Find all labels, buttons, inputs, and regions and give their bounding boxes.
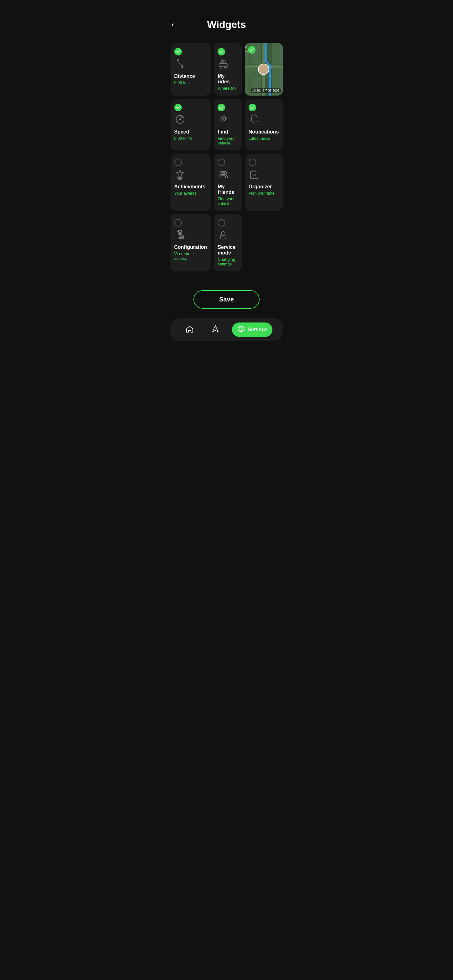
check-distance (174, 48, 182, 56)
check-configuration (174, 219, 182, 227)
my-rides-name: My rides (218, 73, 238, 84)
page-title: Widgets (207, 19, 246, 30)
widget-find[interactable]: Find Find your vehicle (214, 99, 241, 150)
widget-organizer[interactable]: Organizer Plan your time (245, 154, 283, 211)
speed-icon (174, 114, 186, 127)
widget-speed[interactable]: Speed 0.00 km/h (171, 99, 211, 150)
check-organizer (249, 159, 256, 166)
service-icon (218, 229, 229, 242)
configuration-sub: Via remote access (174, 251, 207, 261)
check-map (248, 46, 255, 54)
svg-rect-34 (178, 179, 182, 179)
check-notifications (249, 104, 256, 111)
organizer-name: Organizer (249, 184, 272, 189)
svg-text:West: West (245, 45, 247, 49)
widget-my-friends[interactable]: My friends Find your vehicle (214, 154, 241, 211)
svg-point-51 (221, 232, 225, 235)
back-button[interactable]: ‹ (172, 21, 174, 29)
achievements-name: Achievments (174, 184, 206, 189)
svg-rect-18 (274, 43, 282, 64)
bottom-navigation: Settings (171, 318, 283, 341)
find-sub: Find your vehicle (218, 136, 238, 145)
check-service-mode (218, 219, 225, 227)
distance-icon (174, 58, 186, 71)
svg-rect-46 (179, 234, 181, 235)
navigate-icon (211, 325, 219, 334)
svg-point-0 (177, 60, 179, 62)
map-avatar (258, 64, 269, 75)
configuration-name: Configuration (174, 245, 207, 250)
svg-point-37 (222, 172, 225, 175)
my-friends-name: My friends (218, 184, 238, 195)
svg-rect-38 (250, 171, 258, 179)
svg-point-50 (182, 237, 183, 238)
organizer-icon (249, 169, 260, 181)
header: ‹ Widgets (166, 0, 288, 40)
svg-point-1 (181, 65, 183, 67)
check-my-friends (218, 159, 225, 166)
distance-sub: 0.00 km (174, 80, 189, 85)
nav-settings[interactable]: Settings (232, 323, 273, 337)
save-button[interactable]: Save (193, 290, 260, 309)
svg-point-22 (262, 66, 266, 70)
widgets-grid: Distance 0.00 km My rides Where to? (166, 40, 288, 275)
save-section: Save (166, 275, 288, 318)
settings-label: Settings (248, 327, 267, 332)
svg-point-23 (260, 71, 267, 75)
configuration-icon (174, 229, 186, 242)
svg-line-27 (178, 121, 179, 121)
svg-point-53 (240, 328, 242, 330)
notifications-icon (249, 114, 260, 127)
notifications-name: Notifications (249, 129, 279, 135)
svg-point-26 (179, 119, 180, 120)
map-background: West Melbourne 10:20:42 7-03-2023 (245, 43, 283, 95)
svg-rect-44 (179, 232, 181, 233)
notifications-sub: Latest news (249, 136, 270, 141)
check-find (218, 104, 225, 111)
widget-configuration[interactable]: Configuration Via remote access (171, 214, 211, 271)
my-rides-sub: Where to? (218, 86, 236, 91)
widget-map[interactable]: West Melbourne 10:20:42 7-03-2023 (245, 43, 283, 95)
speed-name: Speed (174, 129, 189, 135)
check-speed (174, 104, 182, 111)
svg-rect-2 (219, 64, 227, 67)
service-mode-name: Service mode (218, 245, 238, 256)
settings-icon (237, 325, 245, 334)
find-name: Find (218, 129, 228, 135)
map-timestamp: 10:20:42 7-03-2023 (251, 88, 281, 93)
widget-distance[interactable]: Distance 0.00 km (171, 43, 211, 95)
svg-rect-11 (272, 43, 274, 95)
speed-sub: 0.00 km/h (174, 136, 192, 141)
svg-rect-43 (179, 231, 181, 232)
svg-rect-16 (245, 77, 249, 95)
friends-icon (218, 169, 229, 181)
widget-my-rides[interactable]: My rides Where to? (214, 43, 241, 95)
svg-point-30 (221, 116, 226, 121)
widget-achievements[interactable]: Achievments Your awards (171, 154, 211, 211)
svg-rect-45 (179, 234, 181, 234)
home-icon (186, 325, 194, 334)
check-my-rides (218, 48, 225, 56)
find-icon (218, 114, 229, 127)
svg-line-29 (182, 117, 182, 118)
rides-icon (218, 58, 229, 71)
check-achievements (174, 159, 182, 166)
widget-notifications[interactable]: Notifications Latest news (245, 99, 283, 150)
achievements-icon (174, 169, 186, 181)
my-friends-sub: Find your vehicle (218, 197, 238, 206)
widget-service-mode[interactable]: Service mode Changing settings (214, 214, 241, 271)
nav-home[interactable] (180, 323, 199, 337)
distance-name: Distance (174, 73, 195, 79)
organizer-sub: Plan your time (249, 191, 274, 196)
svg-marker-52 (212, 326, 218, 332)
nav-navigate[interactable] (206, 323, 225, 337)
svg-point-31 (222, 118, 224, 119)
service-mode-sub: Changing settings (218, 257, 238, 266)
achievements-sub: Your awards (174, 191, 197, 196)
